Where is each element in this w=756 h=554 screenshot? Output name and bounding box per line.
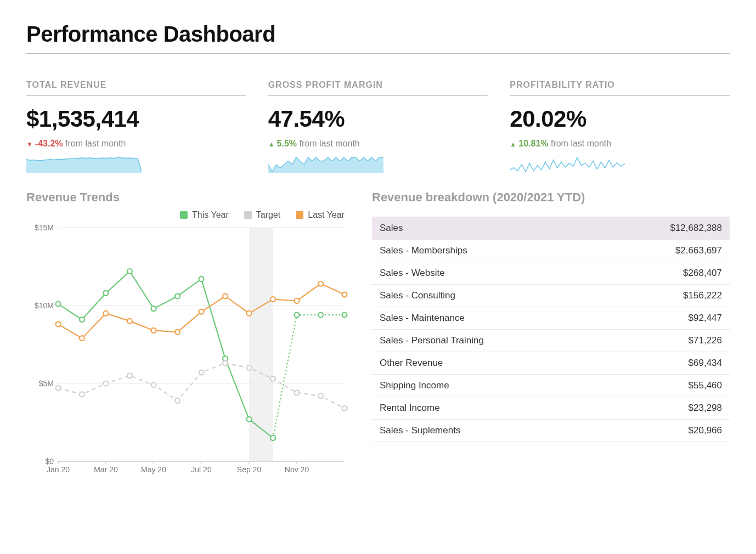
svg-point-59 bbox=[295, 298, 300, 303]
svg-point-26 bbox=[151, 306, 156, 311]
legend-swatch-icon bbox=[244, 211, 252, 219]
row-amount: $12,682,388 bbox=[601, 217, 730, 240]
svg-point-32 bbox=[270, 436, 275, 440]
svg-point-44 bbox=[247, 365, 252, 370]
svg-point-61 bbox=[342, 292, 347, 297]
row-amount: $71,226 bbox=[601, 330, 730, 352]
kpi-delta: ▲5.5% from last month bbox=[268, 139, 488, 149]
svg-point-49 bbox=[56, 322, 61, 327]
svg-point-53 bbox=[151, 328, 156, 333]
legend-label: Last Year bbox=[308, 210, 345, 220]
legend-label: This Year bbox=[192, 210, 229, 220]
table-row[interactable]: Sales - Consulting$156,222 bbox=[372, 285, 730, 307]
svg-point-34 bbox=[318, 313, 323, 318]
svg-text:Jul 20: Jul 20 bbox=[191, 465, 212, 474]
svg-text:$10M: $10M bbox=[35, 301, 54, 310]
svg-text:Sep 20: Sep 20 bbox=[237, 465, 262, 474]
svg-text:Nov 20: Nov 20 bbox=[285, 465, 309, 474]
svg-point-55 bbox=[199, 309, 204, 314]
kpi-value: 47.54% bbox=[268, 106, 488, 132]
row-amount: $23,298 bbox=[601, 397, 730, 420]
svg-point-25 bbox=[127, 269, 132, 274]
table-row[interactable]: Sales - Memberships$2,663,697 bbox=[372, 240, 730, 262]
arrow-up-icon: ▲10.81% bbox=[510, 139, 548, 148]
svg-point-48 bbox=[342, 406, 347, 411]
legend-item-this-year[interactable]: This Year bbox=[180, 210, 229, 220]
row-label: Shipping Income bbox=[372, 375, 601, 397]
row-label: Sales - Suplements bbox=[372, 420, 601, 442]
svg-text:$15M: $15M bbox=[35, 223, 54, 232]
svg-point-47 bbox=[318, 393, 323, 398]
row-amount: $55,460 bbox=[601, 375, 730, 397]
kpi-label: GROSS PROFIT MARGIN bbox=[268, 80, 488, 96]
svg-text:$5M: $5M bbox=[39, 379, 54, 388]
row-amount: $156,222 bbox=[601, 285, 730, 307]
svg-point-30 bbox=[247, 417, 252, 422]
revenue-breakdown-title: Revenue breakdown (2020/2021 YTD) bbox=[372, 190, 730, 205]
row-label: Other Revenue bbox=[372, 352, 601, 375]
svg-point-42 bbox=[199, 370, 204, 375]
row-label: Sales - Maintenance bbox=[372, 307, 601, 330]
svg-text:Mar 20: Mar 20 bbox=[94, 465, 118, 474]
row-label: Sales - Personal Training bbox=[372, 330, 601, 352]
row-label: Sales - Website bbox=[372, 262, 601, 285]
svg-point-35 bbox=[342, 313, 347, 318]
svg-point-45 bbox=[270, 376, 275, 381]
table-row[interactable]: Sales - Suplements$20,966 bbox=[372, 420, 730, 442]
kpi-label: PROFITABILITY RATIO bbox=[510, 80, 730, 96]
table-row[interactable]: Sales$12,682,388 bbox=[372, 217, 730, 240]
legend-swatch-icon bbox=[296, 211, 303, 219]
svg-point-40 bbox=[151, 382, 156, 387]
kpi-total-revenue: TOTAL REVENUE $1,535,414 ▼-43.2% from la… bbox=[26, 80, 246, 175]
revenue-trends-chart: $0$5M$10M$15MJan 20Mar 20May 20Jul 20Sep… bbox=[26, 222, 350, 480]
svg-point-37 bbox=[80, 392, 84, 397]
table-row[interactable]: Rental Income$23,298 bbox=[372, 397, 730, 420]
table-row[interactable]: Shipping Income$55,460 bbox=[372, 375, 730, 397]
arrow-down-icon: ▼-43.2% bbox=[26, 139, 63, 148]
legend-swatch-icon bbox=[180, 211, 188, 219]
legend-label: Target bbox=[256, 210, 280, 220]
table-row[interactable]: Sales - Maintenance$92,447 bbox=[372, 307, 730, 330]
legend-item-last-year[interactable]: Last Year bbox=[296, 210, 345, 220]
table-row[interactable]: Other Revenue$69,434 bbox=[372, 352, 730, 375]
svg-point-46 bbox=[295, 391, 300, 395]
svg-point-38 bbox=[104, 381, 109, 386]
sparkline bbox=[26, 156, 142, 173]
chart-legend: This Year Target Last Year bbox=[26, 210, 350, 220]
kpi-value: $1,535,414 bbox=[26, 106, 246, 132]
arrow-up-icon: ▲5.5% bbox=[268, 139, 297, 148]
svg-point-22 bbox=[56, 302, 61, 307]
svg-point-33 bbox=[295, 313, 300, 318]
row-amount: $69,434 bbox=[601, 352, 730, 375]
row-label: Sales - Memberships bbox=[372, 240, 601, 262]
kpi-gross-profit-margin: GROSS PROFIT MARGIN 47.54% ▲5.5% from la… bbox=[268, 80, 488, 175]
svg-text:May 20: May 20 bbox=[141, 465, 166, 474]
svg-point-41 bbox=[175, 398, 180, 403]
row-label: Rental Income bbox=[372, 397, 601, 420]
revenue-trends-title: Revenue Trends bbox=[26, 190, 350, 205]
svg-rect-0 bbox=[249, 228, 273, 461]
kpi-row: TOTAL REVENUE $1,535,414 ▼-43.2% from la… bbox=[26, 80, 730, 175]
svg-point-39 bbox=[127, 373, 132, 378]
kpi-label: TOTAL REVENUE bbox=[26, 80, 246, 96]
row-label: Sales bbox=[372, 217, 601, 240]
sparkline bbox=[510, 156, 625, 173]
legend-item-target[interactable]: Target bbox=[244, 210, 280, 220]
row-amount: $2,663,697 bbox=[601, 240, 730, 262]
row-amount: $92,447 bbox=[601, 307, 730, 330]
svg-point-57 bbox=[247, 311, 252, 316]
svg-point-50 bbox=[80, 336, 84, 341]
page-title: Performance Dashboard bbox=[26, 22, 730, 54]
svg-point-24 bbox=[104, 291, 109, 296]
svg-point-36 bbox=[56, 386, 61, 391]
svg-point-56 bbox=[223, 293, 228, 298]
svg-point-60 bbox=[318, 281, 323, 286]
svg-point-54 bbox=[175, 330, 180, 335]
svg-point-28 bbox=[199, 276, 204, 281]
table-row[interactable]: Sales - Website$268,407 bbox=[372, 262, 730, 285]
table-row[interactable]: Sales - Personal Training$71,226 bbox=[372, 330, 730, 352]
kpi-value: 20.02% bbox=[510, 106, 730, 132]
kpi-delta: ▼-43.2% from last month bbox=[26, 139, 246, 149]
kpi-profitability-ratio: PROFITABILITY RATIO 20.02% ▲10.81% from … bbox=[510, 80, 730, 175]
svg-text:Jan 20: Jan 20 bbox=[47, 465, 70, 474]
